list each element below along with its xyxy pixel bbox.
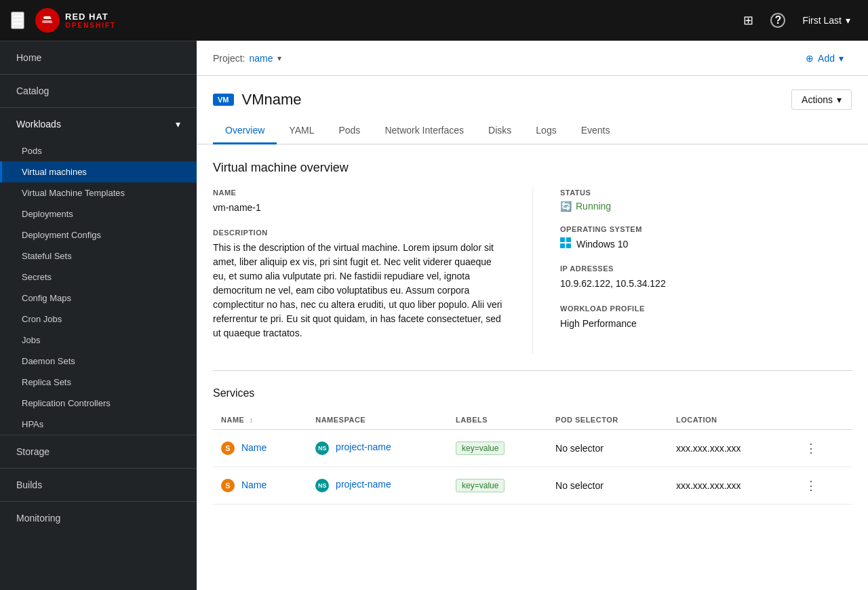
service-name-cell: S Name xyxy=(213,467,307,505)
table-row: S Name NS project-name key=value No sele… xyxy=(213,430,852,467)
sidebar-item-deployments[interactable]: Deployments xyxy=(0,203,197,224)
add-plus-icon: ⊕ xyxy=(806,53,814,64)
os-value: Windows 10 xyxy=(576,239,628,250)
service-kebab-cell: ⋮ xyxy=(791,467,852,505)
col-labels: LABELS xyxy=(448,410,547,430)
tab-overview[interactable]: Overview xyxy=(213,118,277,144)
user-chevron-icon: ▾ xyxy=(846,15,850,26)
actions-chevron-icon: ▾ xyxy=(837,94,842,105)
sidebar-home-link[interactable]: Home xyxy=(0,41,197,74)
tab-network-interfaces[interactable]: Network Interfaces xyxy=(372,118,476,144)
logo-line2: OPENSHIFT xyxy=(65,22,116,29)
overview-grid: NAME vm-name-1 DESCRIPTION This is the d… xyxy=(213,189,852,354)
sidebar-item-stateful-sets[interactable]: Stateful Sets xyxy=(0,245,197,267)
svg-rect-2 xyxy=(566,237,571,242)
service-label-badge[interactable]: key=value xyxy=(456,479,505,492)
sidebar-builds-toggle[interactable]: Builds xyxy=(0,469,197,501)
description-field: DESCRIPTION This is the description of t… xyxy=(213,229,505,340)
service-location-value: xxx.xxx.xxx.xxx xyxy=(676,480,741,491)
service-namespace-cell: NS project-name xyxy=(307,467,448,505)
sort-icon[interactable]: ↕ xyxy=(250,416,254,424)
add-chevron-icon: ▾ xyxy=(839,53,844,64)
vm-title: VM VMname xyxy=(213,91,302,109)
service-name-link[interactable]: Name xyxy=(241,442,267,453)
table-row: S Name NS project-name key=value No sele… xyxy=(213,467,852,505)
service-name-link[interactable]: Name xyxy=(241,479,267,490)
overview-left: NAME vm-name-1 DESCRIPTION This is the d… xyxy=(213,189,532,354)
sidebar-item-daemon-sets[interactable]: Daemon Sets xyxy=(0,351,197,372)
sidebar-item-jobs[interactable]: Jobs xyxy=(0,330,197,351)
ip-field-label: IP ADRESSES xyxy=(560,264,852,273)
sidebar-catalog-link[interactable]: Catalog xyxy=(0,75,197,107)
service-namespace-link[interactable]: project-name xyxy=(336,441,391,452)
sidebar-storage-toggle[interactable]: Storage xyxy=(0,435,197,468)
project-chevron-icon[interactable]: ▾ xyxy=(277,54,281,63)
tabs-bar: Overview YAML Pods Network Interfaces Di… xyxy=(197,118,868,144)
sidebar-section-catalog: Catalog xyxy=(0,74,197,107)
tab-events[interactable]: Events xyxy=(569,118,623,144)
service-kebab-button[interactable]: ⋮ xyxy=(800,438,823,458)
username-label: First Last xyxy=(802,15,842,26)
tab-disks[interactable]: Disks xyxy=(476,118,524,144)
sidebar-item-replica-sets[interactable]: Replica Sets xyxy=(0,372,197,393)
name-field-value: vm-name-1 xyxy=(213,201,505,215)
os-field-label: OPERATING SYSTEM xyxy=(560,225,852,233)
sidebar-workloads-toggle[interactable]: Workloads ▾ xyxy=(0,108,197,140)
svg-rect-1 xyxy=(560,237,565,242)
col-name: NAME ↕ xyxy=(213,410,307,430)
status-running-indicator: 🔄 Running xyxy=(560,201,852,212)
logo: RED HAT OPENSHIFT xyxy=(35,8,116,33)
service-kebab-button[interactable]: ⋮ xyxy=(800,475,823,496)
sidebar-section-builds: Builds xyxy=(0,468,197,501)
actions-button[interactable]: Actions ▾ xyxy=(791,90,852,110)
sidebar-item-secrets[interactable]: Secrets xyxy=(0,267,197,288)
service-label-badge[interactable]: key=value xyxy=(456,441,505,455)
project-label: Project: xyxy=(213,53,245,64)
tab-logs[interactable]: Logs xyxy=(524,118,568,144)
overview-content: Virtual machine overview NAME vm-name-1 … xyxy=(197,144,868,590)
service-pod-selector-cell: No selector xyxy=(547,430,668,467)
sidebar-item-config-maps[interactable]: Config Maps xyxy=(0,288,197,309)
sidebar-item-pods[interactable]: Pods xyxy=(0,140,197,161)
services-table-body: S Name NS project-name key=value No sele… xyxy=(213,430,852,505)
vm-type-badge: VM xyxy=(213,94,234,106)
sidebar-item-deployment-configs[interactable]: Deployment Configs xyxy=(0,224,197,245)
grid-button[interactable]: ⊞ xyxy=(736,8,760,33)
tab-pods[interactable]: Pods xyxy=(326,118,372,144)
sidebar-item-cron-jobs[interactable]: Cron Jobs xyxy=(0,309,197,330)
col-pod-selector: POD SELECTOR xyxy=(547,410,668,430)
service-location-cell: xxx.xxx.xxx.xxx xyxy=(668,467,792,505)
sidebar-item-virtual-machines[interactable]: Virtual machines xyxy=(0,161,197,182)
sidebar-monitoring-toggle[interactable]: Monitoring xyxy=(0,502,197,534)
project-bar: Project: name ▾ ⊕ Add ▾ xyxy=(197,41,868,76)
col-namespace: NAMESPACE xyxy=(307,410,448,430)
top-navigation: ☰ RED HAT OPENSHIFT ⊞ ? First Last ▾ xyxy=(0,0,868,41)
service-location-cell: xxx.xxx.xxx.xxx xyxy=(668,430,792,467)
svg-rect-4 xyxy=(566,243,571,248)
service-labels-cell: key=value xyxy=(448,430,547,467)
service-s-badge: S xyxy=(221,479,235,492)
sidebar-item-vm-templates[interactable]: Virtual Machine Templates xyxy=(0,182,197,203)
service-ns-badge: NS xyxy=(315,441,329,455)
sidebar-item-replication-controllers[interactable]: Replication Controllers xyxy=(0,393,197,414)
add-button[interactable]: ⊕ Add ▾ xyxy=(797,49,852,68)
service-labels-cell: key=value xyxy=(448,467,547,505)
windows-icon xyxy=(560,237,571,251)
project-name[interactable]: name xyxy=(249,53,273,64)
project-selector: Project: name ▾ xyxy=(213,53,281,64)
help-button[interactable]: ? xyxy=(766,8,790,33)
col-location: LOCATION xyxy=(668,410,792,430)
hamburger-button[interactable]: ☰ xyxy=(11,12,24,29)
service-s-badge: S xyxy=(221,441,235,455)
sidebar-section-workloads: Workloads ▾ Pods Virtual machines Virtua… xyxy=(0,107,197,435)
workload-field-value: High Performance xyxy=(560,317,852,331)
hamburger-icon: ☰ xyxy=(12,14,23,27)
services-table: NAME ↕ NAMESPACE LABELS POD SELECTOR xyxy=(213,410,852,505)
service-namespace-link[interactable]: project-name xyxy=(336,479,391,490)
tab-yaml[interactable]: YAML xyxy=(277,118,326,144)
running-sync-icon: 🔄 xyxy=(560,201,572,212)
layout: Home Catalog Workloads ▾ Pods Virtual ma… xyxy=(0,41,868,590)
status-field-label: STATUS xyxy=(560,189,852,197)
user-menu-button[interactable]: First Last ▾ xyxy=(795,11,857,30)
sidebar-item-hpas[interactable]: HPAs xyxy=(0,414,197,435)
